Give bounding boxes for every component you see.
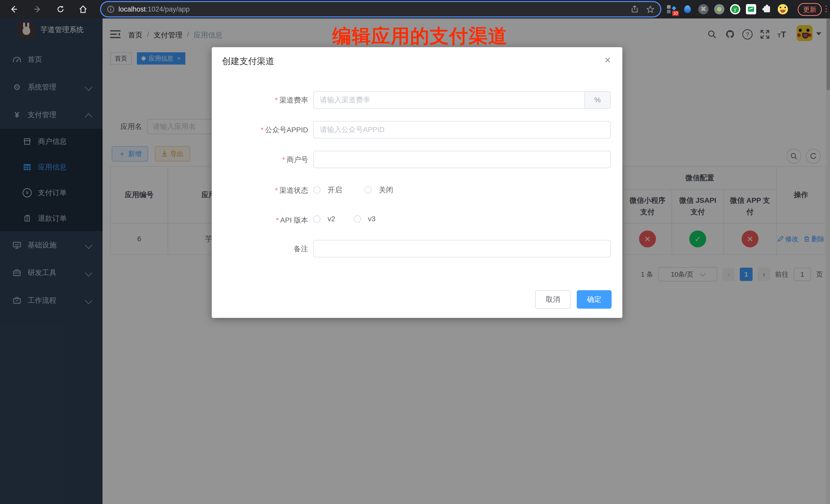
fee-rate-suffix: % [585, 91, 611, 109]
fee-rate-input[interactable] [313, 91, 585, 109]
create-pay-channel-dialog: 创建支付渠道 ✕ *渠道费率 % *公众号APPID *商户号 *渠道状态 开启… [212, 47, 622, 318]
field-label-channel-status: *渠道状态 [218, 186, 308, 195]
share-icon[interactable] [631, 5, 638, 13]
channel-status-radio-group: 开启 关闭 [313, 185, 393, 195]
url-host: localhost [119, 5, 146, 13]
radio-disable[interactable] [364, 186, 372, 194]
confirm-button[interactable]: 确定 [577, 290, 612, 309]
browser-update-button[interactable]: 更新 [798, 3, 822, 16]
radio-v3-label[interactable]: v3 [368, 215, 376, 223]
field-label-fee-rate: *渠道费率 [218, 95, 308, 105]
extensions-row: ◆ 10 ⌘ y [667, 4, 788, 14]
home-icon[interactable] [77, 4, 89, 15]
radio-v2[interactable] [313, 215, 320, 222]
extension-badge: 10 [672, 11, 679, 16]
extension-command-icon[interactable]: ⌘ [698, 4, 708, 14]
browser-menu-icon[interactable]: ⋮ [822, 3, 830, 14]
extension-y-icon[interactable]: y [730, 4, 740, 14]
field-label-merchant-id: *商户号 [218, 155, 308, 165]
cancel-button[interactable]: 取消 [535, 290, 571, 309]
extensions-puzzle-icon[interactable] [762, 4, 772, 14]
extension-dot-icon[interactable] [714, 4, 724, 14]
annotation-text: 编辑应用的支付渠道 [332, 24, 508, 49]
url-bar[interactable]: localhost:1024/pay/app [101, 2, 660, 17]
field-label-appid: *公众号APPID [218, 125, 308, 135]
extension-balloon-icon[interactable] [682, 4, 693, 14]
remark-input[interactable] [313, 240, 611, 257]
screen: localhost:1024/pay/app ◆ 10 ⌘ [0, 0, 830, 504]
radio-v2-label[interactable]: v2 [328, 215, 335, 223]
radio-disable-label[interactable]: 关闭 [379, 185, 393, 195]
url-path: :1024/pay/app [146, 5, 190, 13]
browser-toolbar: localhost:1024/pay/app ◆ 10 ⌘ [0, 0, 830, 19]
bookmark-star-icon[interactable] [646, 5, 654, 13]
reload-icon[interactable] [55, 4, 66, 15]
merchant-id-input[interactable] [313, 151, 611, 168]
radio-enable[interactable] [313, 186, 320, 194]
radio-v3[interactable] [354, 215, 361, 222]
appid-input[interactable] [313, 121, 611, 138]
dialog-title: 创建支付渠道 [222, 55, 274, 67]
extension-chat-icon[interactable] [746, 4, 756, 14]
profile-emoji-icon[interactable] [778, 4, 788, 14]
radio-enable-label[interactable]: 开启 [328, 185, 342, 195]
site-info-icon[interactable] [107, 6, 114, 13]
field-label-remark: 备注 [218, 244, 308, 254]
extension-tab-manager-icon[interactable]: ◆ 10 [667, 4, 677, 14]
dialog-close-icon[interactable]: ✕ [604, 55, 611, 65]
back-icon[interactable] [8, 4, 20, 15]
api-version-radio-group: v2 v3 [313, 215, 376, 223]
field-label-api-version: *API 版本 [218, 215, 308, 225]
forward-icon[interactable] [32, 4, 43, 15]
